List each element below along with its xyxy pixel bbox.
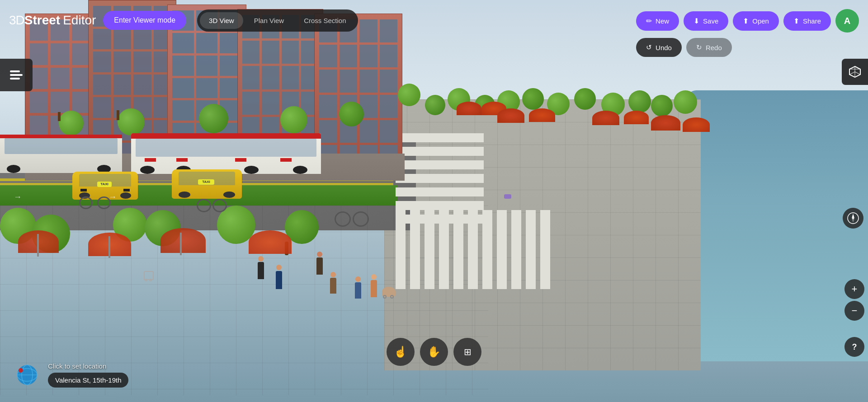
svg-line-4 (855, 72, 860, 75)
share-icon: ⬆ (793, 17, 799, 25)
zoom-out-button[interactable]: − (844, 301, 864, 321)
open-button[interactable]: ⬆ Open (733, 11, 779, 31)
new-icon: ✏ (646, 17, 652, 25)
help-button[interactable]: ? (844, 337, 864, 357)
zoom-in-button[interactable]: + (844, 279, 864, 299)
compass-button[interactable] (843, 208, 863, 229)
save-label: Save (703, 17, 718, 25)
open-label: Open (752, 17, 769, 25)
tab-plan-view[interactable]: Plan View (245, 12, 293, 29)
view-selector: 3D View Plan View Cross Section (197, 9, 358, 32)
new-button[interactable]: ✏ New (636, 11, 679, 31)
user-avatar[interactable]: A (835, 9, 859, 33)
add-tool-icon: ⊞ (464, 346, 472, 357)
layers-icon (10, 70, 23, 79)
viewer-mode-button[interactable]: Enter Viewer mode (103, 11, 186, 30)
top-actions: ✏ New ⬇ Save ⬆ Open ⬆ Share A (636, 9, 859, 33)
svg-line-3 (849, 72, 855, 75)
redo-icon: ↻ (696, 43, 702, 51)
pan-tool-icon: ✋ (427, 346, 441, 358)
add-tool-button[interactable]: ⊞ (453, 338, 481, 366)
share-label: Share (803, 17, 821, 25)
zoom-controls: + − (844, 279, 864, 321)
pointer-tool-icon: ☝ (394, 346, 407, 358)
open-icon: ⬆ (743, 17, 749, 25)
location-hint: Click to set location (48, 362, 128, 370)
pointer-tool-button[interactable]: ☝ (387, 338, 415, 366)
bottom-toolbar: ☝ ✋ ⊞ (387, 338, 481, 366)
redo-label: Redo (706, 44, 722, 51)
location-text: Click to set location Valencia St, 15th-… (48, 362, 128, 388)
new-label: New (656, 17, 669, 25)
compass-icon (847, 212, 859, 224)
map-pin-button[interactable] (13, 360, 42, 389)
share-button[interactable]: ⬆ Share (783, 11, 831, 31)
undo-icon: ↺ (646, 43, 652, 51)
tab-cross-section[interactable]: Cross Section (295, 12, 355, 29)
cube-icon (848, 65, 862, 79)
tab-3d-view[interactable]: 3D View (200, 12, 243, 29)
svg-point-8 (852, 217, 854, 219)
save-icon: ⬇ (693, 17, 699, 25)
save-button[interactable]: ⬇ Save (684, 11, 728, 31)
undo-label: Undo (656, 44, 672, 51)
undo-button[interactable]: ↺ Undo (636, 38, 682, 57)
location-name-button[interactable]: Valencia St, 15th-19th (48, 373, 128, 388)
3d-cube-button[interactable] (842, 59, 868, 85)
redo-button[interactable]: ↻ Redo (686, 38, 732, 57)
pan-tool-button[interactable]: ✋ (420, 338, 448, 366)
map-pin-icon (14, 362, 40, 388)
location-info: Click to set location Valencia St, 15th-… (13, 360, 128, 389)
layers-panel-toggle[interactable] (0, 59, 33, 91)
